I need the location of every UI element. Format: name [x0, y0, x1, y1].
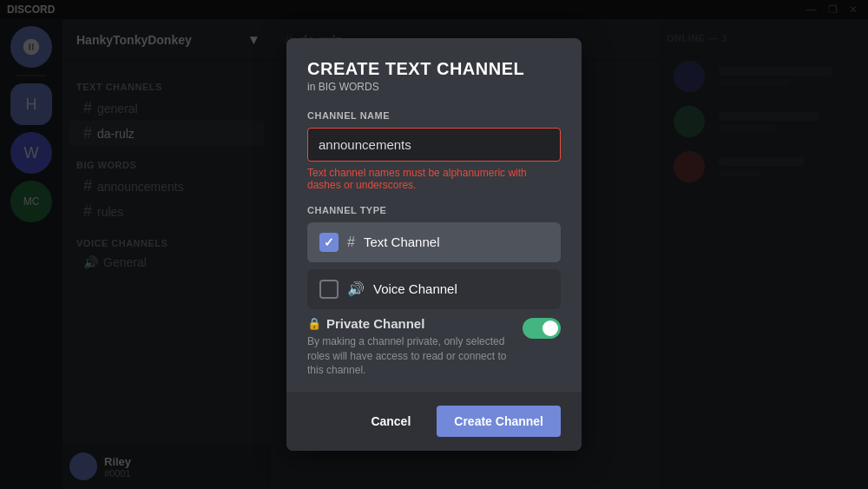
voice-channel-label: Voice Channel	[373, 281, 457, 296]
text-channel-label: Text Channel	[364, 235, 440, 249]
private-toggle-wrapper[interactable]	[523, 318, 561, 339]
text-channel-checkbox[interactable]: ✓	[319, 233, 339, 252]
lock-icon: 🔒	[307, 317, 321, 330]
text-channel-option[interactable]: ✓ # Text Channel	[307, 222, 561, 262]
private-toggle[interactable]	[523, 318, 561, 339]
create-channel-modal: CREATE TEXT CHANNEL in BIG WORDS CHANNEL…	[286, 38, 582, 451]
create-channel-button[interactable]: Create Channel	[437, 406, 561, 437]
hash-icon: #	[347, 235, 355, 250]
cancel-button[interactable]: Cancel	[353, 406, 428, 437]
modal-overlay: CREATE TEXT CHANNEL in BIG WORDS CHANNEL…	[0, 0, 868, 489]
modal-title: CREATE TEXT CHANNEL	[307, 59, 561, 79]
private-channel-section: 🔒 Private Channel By making a channel pr…	[307, 316, 561, 378]
voice-channel-checkbox[interactable]	[319, 280, 339, 299]
channel-name-input[interactable]	[307, 128, 561, 162]
error-text: Text channel names must be alphanumeric …	[307, 167, 561, 191]
channel-name-label: CHANNEL NAME	[307, 110, 561, 121]
modal-subtitle: in BIG WORDS	[307, 81, 561, 93]
private-label: 🔒 Private Channel	[307, 316, 514, 331]
toggle-knob	[542, 320, 558, 336]
private-info: 🔒 Private Channel By making a channel pr…	[307, 316, 514, 378]
private-desc: By making a channel private, only select…	[307, 334, 514, 378]
voice-channel-option[interactable]: 🔊 Voice Channel	[307, 269, 561, 309]
channel-type-label: CHANNEL TYPE	[307, 205, 561, 215]
modal-footer: Cancel Create Channel	[286, 392, 582, 451]
speaker-icon: 🔊	[347, 281, 365, 297]
